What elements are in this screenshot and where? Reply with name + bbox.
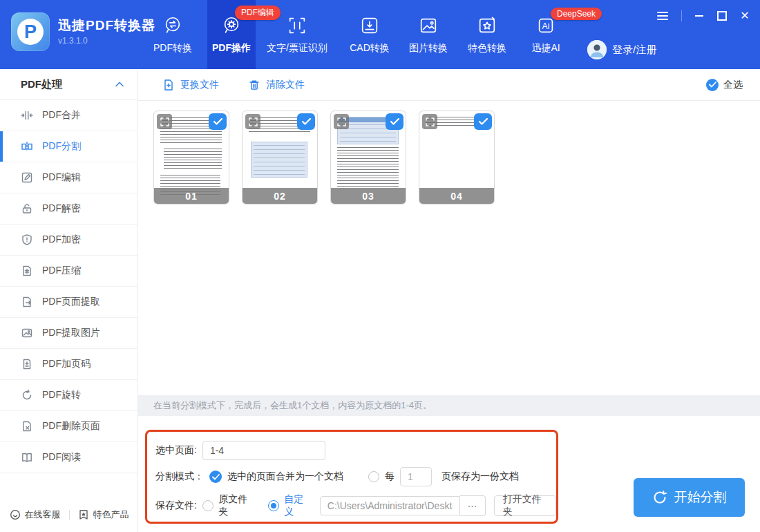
page-thumbnail-3[interactable]: 03 (330, 111, 406, 205)
footer-separator (69, 510, 70, 520)
sidebar-item-pdf-decrypt[interactable]: PDF解密 (0, 193, 137, 225)
start-split-label: 开始分割 (674, 488, 727, 506)
sidebar-item-pdf-read[interactable]: PDF阅读 (0, 442, 137, 473)
sidebar-item-label: PDF阅读 (42, 451, 81, 464)
sidebar-item-pdf-page-extract[interactable]: PDF页面提取 (0, 287, 137, 318)
window-controls-separator (681, 10, 682, 21)
sidebar-item-pdf-page-number[interactable]: PDF加页码 (0, 349, 137, 380)
sidebar-item-pdf-edit[interactable]: PDF编辑 (0, 162, 137, 193)
replace-file-button[interactable]: 更换文件 (162, 79, 219, 91)
rotate-icon (21, 389, 33, 401)
nav-cad-convert[interactable]: CAD转换 (339, 0, 401, 69)
logo-icon: P (11, 12, 50, 51)
sidebar-item-label: PDF压缩 (42, 265, 81, 277)
browse-button[interactable]: ⋯ (460, 495, 486, 516)
sidebar-item-label: PDF提取图片 (42, 327, 100, 339)
expand-icon[interactable] (422, 114, 437, 129)
minimize-button[interactable] (694, 10, 705, 21)
custom-folder-radio-checked[interactable] (268, 500, 279, 511)
swap-circle-icon (162, 15, 183, 36)
shield-icon (21, 234, 33, 246)
image-icon (418, 15, 439, 36)
sidebar-item-pdf-encrypt[interactable]: PDF加密 (0, 225, 137, 256)
merge-mode-label[interactable]: 选中的页面合并为一个文档 (227, 471, 343, 483)
split-icon (21, 140, 33, 153)
select-all-checkbox[interactable]: 全选 (706, 79, 743, 91)
merge-mode-radio-checked[interactable] (209, 471, 222, 483)
merge-icon (21, 109, 33, 122)
header: P 迅捷PDF转换器 v1.3.1.0 PDF转换 (0, 0, 760, 69)
page-checkbox[interactable] (386, 113, 403, 130)
page-extract-icon (21, 296, 33, 308)
page-number-label: 02 (243, 188, 317, 204)
save-path-input[interactable] (320, 496, 460, 515)
expand-icon[interactable] (334, 114, 349, 129)
close-button[interactable]: ✕ (739, 10, 750, 21)
split-status-message: 在当前分割模式下，完成后，会生成1个文档，内容为原文档的1-4页。 (138, 395, 760, 416)
page-checkbox[interactable] (209, 113, 227, 130)
sidebar-item-pdf-rotate[interactable]: PDF旋转 (0, 380, 137, 411)
menu-icon[interactable] (656, 10, 669, 21)
every-prefix-label: 每 (385, 471, 395, 483)
sidebar-item-pdf-merge[interactable]: PDF合并 (0, 100, 137, 131)
sidebar-item-pdf-split[interactable]: PDF分割 (0, 131, 137, 162)
nav-pdf-convert[interactable]: PDF转换 (138, 0, 207, 69)
file-plus-icon (162, 79, 175, 91)
featured-products-label: 特色产品 (93, 509, 129, 521)
page-checkbox[interactable] (474, 113, 492, 130)
start-split-button[interactable]: 开始分割 (634, 478, 745, 517)
sidebar-item-label: PDF加密 (42, 234, 81, 246)
maximize-button[interactable] (716, 10, 728, 21)
sidebar-item-label: PDF删除页面 (42, 420, 100, 433)
sidebar-item-pdf-extract-image[interactable]: PDF提取图片 (0, 318, 137, 349)
nav-label: 图片转换 (409, 42, 448, 55)
clear-file-button[interactable]: 清除文件 (248, 79, 305, 91)
svg-text:Ai: Ai (542, 21, 550, 30)
select-all-label: 全选 (723, 79, 743, 91)
sidebar-section-title: PDF处理 (21, 78, 62, 91)
page-thumbnail-4[interactable]: 04 (419, 111, 495, 205)
page-thumbnail-1[interactable]: 01 (153, 111, 229, 205)
split-settings-form: 选中页面: 分割模式： 选中的页面合并为一个文档 每 页保存为一份文档 (145, 430, 558, 524)
online-support-link[interactable]: 在线客服 (10, 509, 61, 521)
page-number-label: 01 (154, 188, 229, 204)
selected-pages-row: 选中页面: (155, 441, 556, 460)
main-nav: PDF转换 PDF操作 文字/票证识别 (138, 0, 573, 69)
original-folder-label[interactable]: 原文件夹 (218, 493, 254, 518)
login-register[interactable]: 登录/注册 (587, 40, 656, 59)
replace-file-label: 更换文件 (180, 79, 219, 91)
custom-folder-label[interactable]: 自定义 (284, 493, 311, 518)
nav-special-convert[interactable]: 特色转换 (456, 0, 518, 69)
cad-icon (359, 15, 380, 36)
app-logo: P 迅捷PDF转换器 v1.3.1.0 (11, 12, 155, 51)
featured-products-link[interactable]: 特色产品 (78, 509, 129, 521)
page-checkbox[interactable] (297, 113, 315, 130)
chevron-up-icon (115, 82, 124, 87)
selected-pages-label: 选中页面: (155, 444, 197, 457)
ocr-icon (287, 15, 307, 36)
nav-image-convert[interactable]: 图片转换 (401, 0, 456, 69)
original-folder-radio[interactable] (202, 500, 213, 511)
deepseek-badge: DeepSeek (551, 8, 602, 20)
expand-icon[interactable] (245, 114, 260, 129)
every-n-pages-radio[interactable] (368, 471, 379, 482)
logo-letter: P (17, 19, 44, 45)
nav-label: 迅捷AI (531, 42, 560, 55)
delete-page-icon (21, 420, 33, 433)
window-controls: ✕ (656, 10, 750, 21)
spinner-arrow-icon (652, 490, 667, 505)
page-thumbnail-2[interactable]: 02 (242, 111, 318, 205)
nav-label: CAD转换 (350, 42, 390, 55)
sidebar-item-pdf-delete-page[interactable]: PDF删除页面 (0, 411, 137, 442)
pages-per-doc-input[interactable] (400, 467, 432, 486)
open-folder-button[interactable]: 打开文件夹 (494, 495, 556, 516)
selected-pages-input[interactable] (202, 441, 325, 460)
trash-icon (248, 79, 260, 91)
expand-icon[interactable] (157, 114, 172, 129)
sidebar-section-header[interactable]: PDF处理 (0, 69, 137, 100)
edit-pencil-icon (21, 171, 33, 184)
unlock-icon (21, 202, 33, 215)
split-mode-row: 分割模式： 选中的页面合并为一个文档 每 页保存为一份文档 (155, 467, 556, 486)
sidebar-item-pdf-compress[interactable]: PDF压缩 (0, 256, 137, 287)
sidebar-item-label: PDF解密 (42, 202, 81, 215)
